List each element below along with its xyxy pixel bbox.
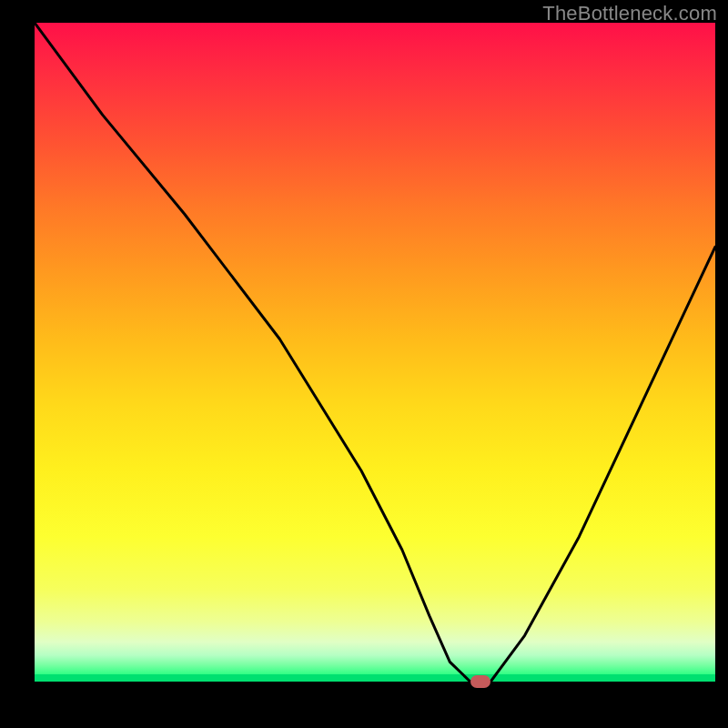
optimal-marker	[470, 675, 490, 688]
curve-svg	[35, 23, 715, 682]
watermark-text: TheBottleneck.com	[542, 2, 717, 25]
chart-frame: TheBottleneck.com	[0, 0, 728, 728]
plot-area	[35, 23, 715, 682]
bottleneck-curve	[35, 23, 715, 682]
